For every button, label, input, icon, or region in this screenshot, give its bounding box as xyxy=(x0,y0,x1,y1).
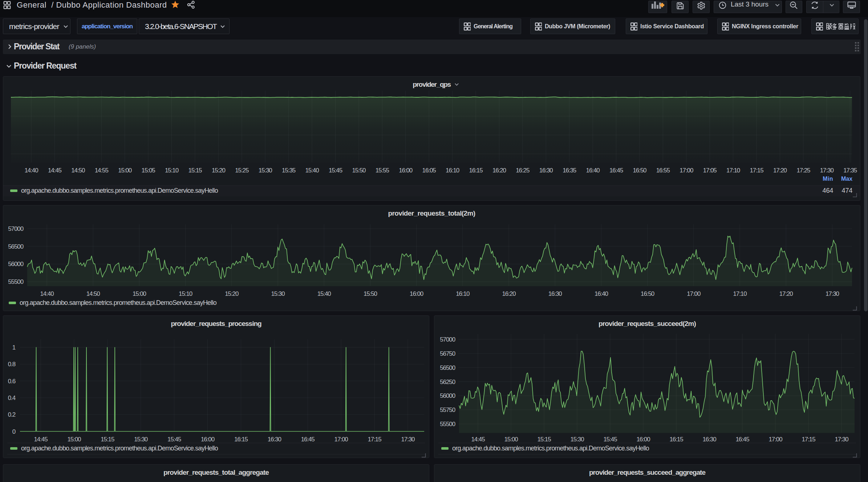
svg-text:14:45: 14:45 xyxy=(48,167,62,174)
svg-text:0.4: 0.4 xyxy=(8,395,16,401)
svg-text:15:30: 15:30 xyxy=(134,436,148,443)
svg-text:17:30: 17:30 xyxy=(820,167,834,174)
svg-text:56500: 56500 xyxy=(8,243,23,250)
svg-text:14:40: 14:40 xyxy=(40,290,54,297)
svg-text:15:50: 15:50 xyxy=(364,290,377,297)
svg-text:16:15: 16:15 xyxy=(669,436,683,443)
svg-text:55750: 55750 xyxy=(440,407,455,413)
svg-text:56500: 56500 xyxy=(440,364,455,371)
svg-text:16:50: 16:50 xyxy=(633,167,646,174)
svg-text:15:00: 15:00 xyxy=(67,436,81,443)
svg-text:15:40: 15:40 xyxy=(305,167,319,174)
svg-text:15:30: 15:30 xyxy=(570,436,584,443)
svg-text:14:45: 14:45 xyxy=(34,436,48,443)
svg-text:16:25: 16:25 xyxy=(516,167,530,174)
svg-text:15:10: 15:10 xyxy=(179,290,192,297)
svg-text:57000: 57000 xyxy=(440,336,455,343)
svg-text:17:15: 17:15 xyxy=(750,167,763,174)
svg-text:15:20: 15:20 xyxy=(225,290,239,297)
svg-text:14:55: 14:55 xyxy=(95,167,109,174)
svg-text:16:20: 16:20 xyxy=(492,167,506,174)
svg-text:16:50: 16:50 xyxy=(641,290,654,297)
svg-text:17:30: 17:30 xyxy=(401,436,415,443)
svg-text:16:40: 16:40 xyxy=(586,167,600,174)
svg-text:15:35: 15:35 xyxy=(282,167,296,174)
svg-text:0.2: 0.2 xyxy=(8,411,16,418)
svg-text:15:45: 15:45 xyxy=(167,436,181,443)
svg-text:15:00: 15:00 xyxy=(504,436,518,443)
svg-text:17:15: 17:15 xyxy=(802,436,815,443)
svg-text:16:00: 16:00 xyxy=(636,436,650,443)
svg-text:15:55: 15:55 xyxy=(376,167,389,174)
svg-text:56000: 56000 xyxy=(440,392,455,399)
svg-text:16:35: 16:35 xyxy=(563,167,576,174)
svg-text:17:15: 17:15 xyxy=(368,436,381,443)
svg-text:56750: 56750 xyxy=(440,350,455,357)
svg-text:55500: 55500 xyxy=(440,421,455,428)
svg-text:17:20: 17:20 xyxy=(773,167,787,174)
svg-text:17:35: 17:35 xyxy=(843,167,857,174)
svg-text:16:15: 16:15 xyxy=(234,436,248,443)
svg-text:15:15: 15:15 xyxy=(188,167,202,174)
svg-text:55500: 55500 xyxy=(8,278,23,285)
svg-text:16:00: 16:00 xyxy=(410,290,423,297)
svg-text:14:50: 14:50 xyxy=(86,290,100,297)
svg-text:16:30: 16:30 xyxy=(268,436,281,443)
svg-text:15:30: 15:30 xyxy=(271,290,285,297)
svg-text:17:00: 17:00 xyxy=(687,290,701,297)
svg-text:14:50: 14:50 xyxy=(71,167,85,174)
svg-text:16:15: 16:15 xyxy=(469,167,483,174)
svg-text:16:00: 16:00 xyxy=(201,436,215,443)
svg-text:17:00: 17:00 xyxy=(680,167,693,174)
svg-text:17:20: 17:20 xyxy=(779,290,793,297)
svg-text:16:30: 16:30 xyxy=(702,436,716,443)
svg-text:16:05: 16:05 xyxy=(422,167,436,174)
svg-text:0.8: 0.8 xyxy=(8,361,16,368)
svg-text:57000: 57000 xyxy=(8,225,23,232)
svg-text:16:45: 16:45 xyxy=(301,436,315,443)
svg-text:17:30: 17:30 xyxy=(835,436,848,443)
svg-text:14:40: 14:40 xyxy=(24,167,38,174)
svg-text:16:30: 16:30 xyxy=(539,167,553,174)
svg-text:16:30: 16:30 xyxy=(548,290,562,297)
svg-text:15:15: 15:15 xyxy=(101,436,114,443)
svg-text:15:50: 15:50 xyxy=(352,167,366,174)
svg-text:0: 0 xyxy=(12,428,16,435)
svg-text:17:10: 17:10 xyxy=(726,167,740,174)
svg-text:17:05: 17:05 xyxy=(703,167,717,174)
svg-text:15:00: 15:00 xyxy=(118,167,132,174)
svg-text:16:45: 16:45 xyxy=(609,167,623,174)
svg-text:17:00: 17:00 xyxy=(334,436,348,443)
svg-text:16:40: 16:40 xyxy=(595,290,608,297)
svg-text:56250: 56250 xyxy=(440,379,455,385)
svg-text:15:10: 15:10 xyxy=(165,167,179,174)
svg-text:15:25: 15:25 xyxy=(235,167,249,174)
svg-text:16:45: 16:45 xyxy=(735,436,749,443)
svg-text:17:25: 17:25 xyxy=(796,167,810,174)
svg-text:15:45: 15:45 xyxy=(603,436,617,443)
svg-text:15:05: 15:05 xyxy=(142,167,155,174)
svg-text:17:30: 17:30 xyxy=(826,290,839,297)
svg-text:17:00: 17:00 xyxy=(768,436,782,443)
svg-text:15:40: 15:40 xyxy=(317,290,331,297)
svg-text:17:10: 17:10 xyxy=(733,290,747,297)
svg-text:15:30: 15:30 xyxy=(259,167,272,174)
svg-text:15:15: 15:15 xyxy=(537,436,551,443)
svg-text:1: 1 xyxy=(12,344,16,351)
svg-text:16:10: 16:10 xyxy=(456,290,470,297)
svg-text:0.6: 0.6 xyxy=(8,378,16,385)
svg-text:16:00: 16:00 xyxy=(399,167,413,174)
svg-text:15:20: 15:20 xyxy=(212,167,226,174)
svg-text:14:45: 14:45 xyxy=(471,436,485,443)
svg-text:16:10: 16:10 xyxy=(446,167,459,174)
svg-text:16:20: 16:20 xyxy=(502,290,516,297)
svg-text:16:55: 16:55 xyxy=(656,167,670,174)
svg-text:56000: 56000 xyxy=(8,261,23,267)
svg-text:15:00: 15:00 xyxy=(133,290,146,297)
svg-text:15:45: 15:45 xyxy=(329,167,342,174)
